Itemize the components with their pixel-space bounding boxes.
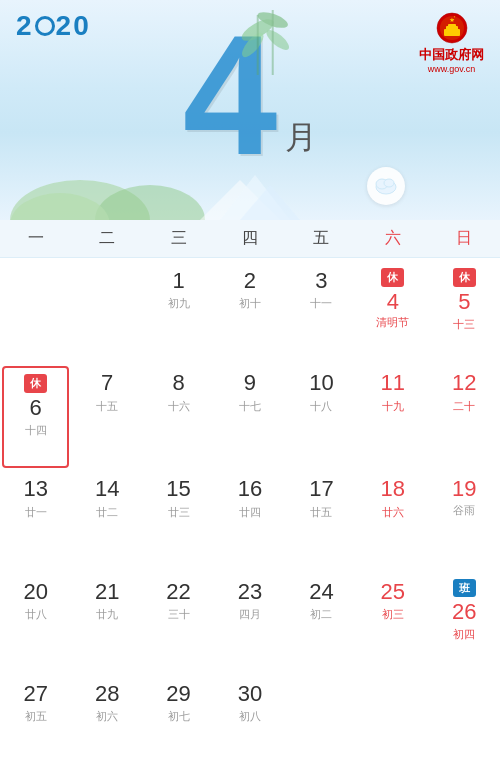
day-cell: 21廿九 bbox=[71, 573, 142, 675]
svg-point-12 bbox=[263, 27, 292, 53]
month-display: 4 月 bbox=[183, 10, 318, 180]
day-cell: 20廿八 bbox=[0, 573, 71, 675]
month-char-text: 月 bbox=[285, 116, 317, 160]
lunar-text: 初二 bbox=[310, 607, 332, 622]
lunar-text: 二十 bbox=[453, 399, 475, 414]
day-cell: 11十九 bbox=[357, 364, 428, 470]
lunar-text: 三十 bbox=[168, 607, 190, 622]
day-number: 29 bbox=[166, 681, 190, 707]
day-number: 1 bbox=[172, 268, 184, 294]
holiday-badge: 休 bbox=[381, 268, 404, 287]
day-number: 27 bbox=[23, 681, 47, 707]
lunar-text: 十八 bbox=[310, 399, 332, 414]
day-number: 25 bbox=[381, 579, 405, 605]
calendar-grid: 1初九2初十3十一休4清明节休5十三休6十四7十五8十六9十七10十八11十九1… bbox=[0, 258, 500, 781]
day-cell: 25初三 bbox=[357, 573, 428, 675]
day-cell: 13廿一 bbox=[0, 470, 71, 572]
weekday-mon: 一 bbox=[0, 228, 71, 249]
day-number: 26 bbox=[452, 599, 476, 625]
day-number: 5 bbox=[458, 289, 470, 315]
day-number: 11 bbox=[381, 370, 405, 396]
day-cell: 19谷雨 bbox=[429, 470, 500, 572]
day-number: 15 bbox=[166, 476, 190, 502]
festival-text: 清明节 bbox=[376, 315, 409, 329]
day-number: 14 bbox=[95, 476, 119, 502]
day-number: 21 bbox=[95, 579, 119, 605]
day-number: 18 bbox=[381, 476, 405, 502]
day-cell: 9十七 bbox=[214, 364, 285, 470]
day-cell bbox=[357, 675, 428, 777]
day-cell: 18廿六 bbox=[357, 470, 428, 572]
year-logo: 2 2 0 bbox=[16, 12, 91, 40]
lunar-text: 廿八 bbox=[25, 607, 47, 622]
day-cell: 15廿三 bbox=[143, 470, 214, 572]
day-cell: 10十八 bbox=[286, 364, 357, 470]
day-number: 16 bbox=[238, 476, 262, 502]
lunar-text: 廿五 bbox=[310, 505, 332, 520]
month-number: 4 bbox=[183, 10, 278, 180]
day-cell bbox=[429, 675, 500, 777]
year-text: 2 2 0 bbox=[16, 12, 91, 40]
day-cell: 班26初四 bbox=[429, 573, 500, 675]
hills-decoration bbox=[0, 160, 500, 220]
lunar-text: 初六 bbox=[96, 709, 118, 724]
day-number: 6 bbox=[30, 395, 42, 421]
day-number: 9 bbox=[244, 370, 256, 396]
lunar-text: 十三 bbox=[453, 317, 475, 332]
day-cell: 休5十三 bbox=[429, 262, 500, 364]
day-number: 13 bbox=[23, 476, 47, 502]
day-cell: 16廿四 bbox=[214, 470, 285, 572]
day-cell: 30初八 bbox=[214, 675, 285, 777]
day-cell: 3十一 bbox=[286, 262, 357, 364]
lunar-text: 廿二 bbox=[96, 505, 118, 520]
day-number: 28 bbox=[95, 681, 119, 707]
lunar-text: 廿三 bbox=[168, 505, 190, 520]
lunar-text: 廿一 bbox=[25, 505, 47, 520]
day-cell: 28初六 bbox=[71, 675, 142, 777]
day-cell bbox=[71, 262, 142, 364]
lunar-text: 十五 bbox=[96, 399, 118, 414]
lunar-text: 廿九 bbox=[96, 607, 118, 622]
lunar-text: 初五 bbox=[25, 709, 47, 724]
weekday-thu: 四 bbox=[214, 228, 285, 249]
day-number: 20 bbox=[23, 579, 47, 605]
day-number: 12 bbox=[452, 370, 476, 396]
gov-logo-block: 中国政府网 www.gov.cn bbox=[419, 12, 484, 74]
work-badge: 班 bbox=[453, 579, 476, 598]
day-number: 8 bbox=[172, 370, 184, 396]
day-cell: 7十五 bbox=[71, 364, 142, 470]
day-cell: 休6十四 bbox=[2, 366, 69, 468]
gov-emblem-icon bbox=[436, 12, 468, 44]
lunar-text: 初十 bbox=[239, 296, 261, 311]
gov-url-text: www.gov.cn bbox=[428, 64, 475, 74]
day-number: 4 bbox=[387, 289, 399, 315]
lunar-text: 十七 bbox=[239, 399, 261, 414]
weekday-wed: 三 bbox=[143, 228, 214, 249]
weekday-sat: 六 bbox=[357, 228, 428, 249]
day-cell: 8十六 bbox=[143, 364, 214, 470]
holiday-badge: 休 bbox=[453, 268, 476, 287]
svg-point-23 bbox=[384, 179, 394, 187]
lunar-text: 十九 bbox=[382, 399, 404, 414]
weekday-sun: 日 bbox=[429, 228, 500, 249]
bamboo-decoration bbox=[238, 5, 298, 85]
lunar-text: 初四 bbox=[453, 627, 475, 642]
svg-rect-2 bbox=[444, 29, 460, 36]
day-number: 19 bbox=[452, 476, 476, 502]
calendar-header: 2 2 0 bbox=[0, 0, 500, 220]
day-cell bbox=[286, 675, 357, 777]
day-number: 3 bbox=[315, 268, 327, 294]
day-number: 24 bbox=[309, 579, 333, 605]
lunar-text: 初七 bbox=[168, 709, 190, 724]
day-cell: 休4清明节 bbox=[357, 262, 428, 364]
day-number: 2 bbox=[244, 268, 256, 294]
day-number: 22 bbox=[166, 579, 190, 605]
lunar-text: 十一 bbox=[310, 296, 332, 311]
day-cell: 1初九 bbox=[143, 262, 214, 364]
lunar-text: 四月 bbox=[239, 607, 261, 622]
lunar-text: 廿六 bbox=[382, 505, 404, 520]
day-cell: 2初十 bbox=[214, 262, 285, 364]
rest-badge: 休 bbox=[24, 374, 47, 393]
gov-name-text: 中国政府网 bbox=[419, 46, 484, 64]
day-number: 17 bbox=[309, 476, 333, 502]
